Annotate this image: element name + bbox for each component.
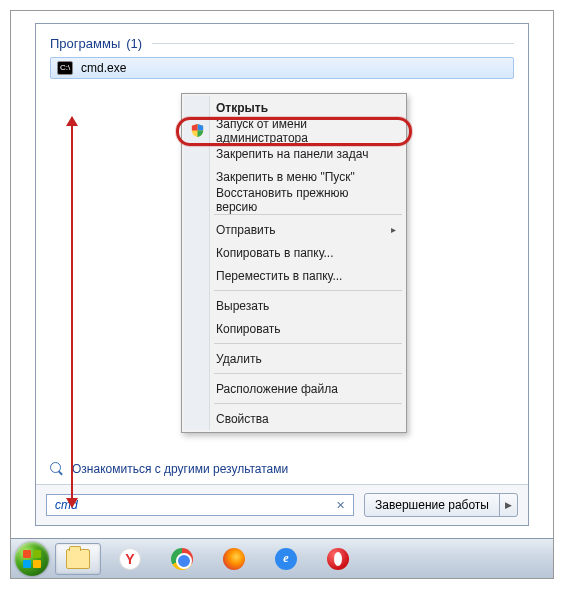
shutdown-label: Завершение работы (365, 498, 499, 512)
ctx-copy[interactable]: Копировать (184, 317, 404, 340)
start-menu-search-box[interactable]: ✕ (46, 494, 354, 516)
ctx-copy-to-folder-label: Копировать в папку... (216, 246, 334, 260)
ctx-restore-previous-label: Восстановить прежнюю версию (216, 186, 382, 214)
search-icon (50, 462, 64, 476)
ctx-pin-taskbar[interactable]: Закрепить на панели задач (184, 142, 404, 165)
ctx-delete-label: Удалить (216, 352, 262, 366)
ctx-restore-previous[interactable]: Восстановить прежнюю версию (184, 188, 404, 211)
ctx-run-as-admin-label: Запуск от имени администратора (216, 117, 382, 145)
result-label: cmd.exe (81, 61, 126, 75)
ctx-run-as-admin[interactable]: Запуск от имени администратора (184, 119, 404, 142)
file-explorer-icon (66, 549, 90, 569)
uac-shield-icon (190, 123, 205, 139)
clear-search-icon[interactable]: ✕ (332, 499, 349, 512)
shutdown-button[interactable]: Завершение работы ▶ (364, 493, 518, 517)
taskbar-internet-explorer[interactable]: e (263, 543, 309, 575)
ctx-cut-label: Вырезать (216, 299, 269, 313)
divider (214, 373, 402, 374)
opera-icon (327, 548, 349, 570)
panel-footer: ✕ Завершение работы ▶ (36, 484, 528, 525)
ctx-delete[interactable]: Удалить (184, 347, 404, 370)
start-button[interactable] (15, 542, 49, 576)
screenshot-frame: Программы (1) C:\ cmd.exe Ознакомиться с… (10, 10, 554, 579)
shutdown-options-chevron[interactable]: ▶ (499, 494, 517, 516)
group-label: Программы (50, 36, 120, 51)
ctx-open-label: Открыть (216, 101, 268, 115)
taskbar-explorer[interactable] (55, 543, 101, 575)
search-result-cmd[interactable]: C:\ cmd.exe (50, 57, 514, 79)
divider (214, 403, 402, 404)
search-input[interactable] (51, 498, 332, 512)
windows-logo-icon (23, 550, 41, 568)
taskbar-opera[interactable] (315, 543, 361, 575)
divider (214, 290, 402, 291)
more-results-label: Ознакомиться с другими результатами (72, 462, 288, 476)
ctx-move-to-folder-label: Переместить в папку... (216, 269, 342, 283)
ctx-move-to-folder[interactable]: Переместить в папку... (184, 264, 404, 287)
results-group-header: Программы (1) (50, 36, 514, 51)
ctx-send-to-label: Отправить (216, 223, 276, 237)
yandex-icon: Y (119, 548, 141, 570)
divider (214, 214, 402, 215)
ctx-pin-taskbar-label: Закрепить на панели задач (216, 147, 368, 161)
ctx-copy-to-folder[interactable]: Копировать в папку... (184, 241, 404, 264)
ctx-pin-startmenu-label: Закрепить в меню "Пуск" (216, 170, 355, 184)
cmd-exe-icon: C:\ (57, 61, 73, 75)
ctx-cut[interactable]: Вырезать (184, 294, 404, 317)
context-menu: Открыть Запуск от имени администратора З… (181, 93, 407, 433)
taskbar: Y e (11, 538, 553, 578)
ctx-properties-label: Свойства (216, 412, 269, 426)
divider (152, 43, 514, 44)
see-more-results-link[interactable]: Ознакомиться с другими результатами (50, 462, 288, 476)
ctx-copy-label: Копировать (216, 322, 281, 336)
annotation-arrow (71, 117, 73, 507)
ctx-properties[interactable]: Свойства (184, 407, 404, 430)
firefox-icon (223, 548, 245, 570)
ctx-open-file-location[interactable]: Расположение файла (184, 377, 404, 400)
ctx-open-file-location-label: Расположение файла (216, 382, 338, 396)
taskbar-firefox[interactable] (211, 543, 257, 575)
taskbar-chrome[interactable] (159, 543, 205, 575)
group-count: (1) (126, 36, 142, 51)
ctx-send-to[interactable]: Отправить (184, 218, 404, 241)
divider (214, 343, 402, 344)
taskbar-yandex-browser[interactable]: Y (107, 543, 153, 575)
chrome-icon (171, 548, 193, 570)
ie-icon: e (275, 548, 297, 570)
